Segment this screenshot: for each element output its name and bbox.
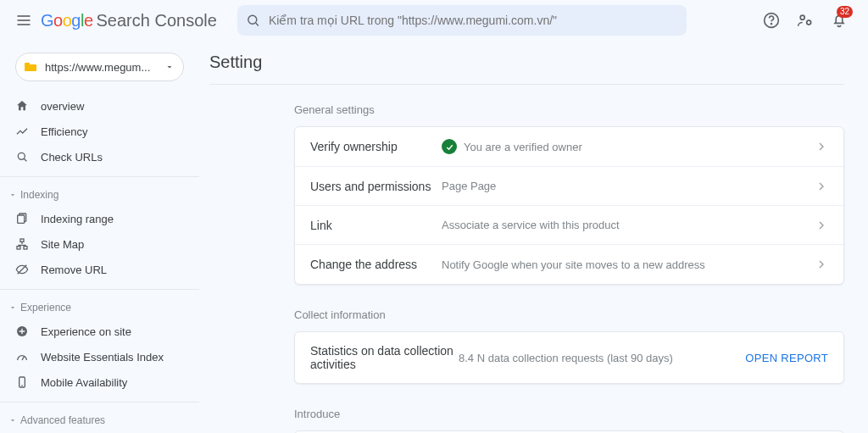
sidebar-item-overview[interactable]: overview xyxy=(0,93,199,119)
row-change-address[interactable]: Change the address Notify Google when yo… xyxy=(295,245,843,284)
general-settings-card: Verify ownership You are a verified owne… xyxy=(294,126,844,285)
sidebar-item-efficiency[interactable]: Efficiency xyxy=(0,119,199,144)
chevron-right-icon xyxy=(815,258,828,271)
row-title: Verify ownership xyxy=(310,140,442,153)
search-icon xyxy=(246,13,260,28)
chevron-down-icon xyxy=(164,62,175,72)
people-gear-icon xyxy=(797,12,814,29)
svg-rect-15 xyxy=(20,239,24,241)
property-label: https://www.megum... xyxy=(45,61,158,74)
page-title: Setting xyxy=(209,41,844,84)
sidebar-item-check-urls[interactable]: Check URLs xyxy=(0,144,199,169)
sidebar: https://www.megum... overview Efficiency… xyxy=(0,41,199,433)
svg-rect-10 xyxy=(25,63,30,66)
row-subtitle: 8.4 N data collection requests (last 90 … xyxy=(459,352,745,364)
gauge-icon xyxy=(15,350,29,364)
sidebar-item-label: Indexing range xyxy=(41,213,114,225)
svg-point-6 xyxy=(771,24,772,25)
svg-rect-14 xyxy=(18,215,25,223)
trend-icon xyxy=(15,125,29,138)
sidebar-item-indexing-range[interactable]: Indexing range xyxy=(0,206,199,231)
sidebar-item-remove-url[interactable]: Remove URL xyxy=(0,257,199,282)
pages-icon xyxy=(15,212,29,225)
search-icon xyxy=(15,150,29,164)
sidebar-item-mobile[interactable]: Mobile Availability xyxy=(0,369,199,395)
sidebar-section-advanced[interactable]: Advanced features xyxy=(0,409,199,431)
row-subtitle: You are a verified owner xyxy=(464,141,582,153)
sidebar-item-label: Mobile Availability xyxy=(41,376,127,389)
url-inspect-input[interactable] xyxy=(269,14,678,27)
product-name: Search Console xyxy=(97,11,217,31)
sidebar-item-sitemap[interactable]: Site Map xyxy=(0,231,199,257)
row-title: Users and permissions xyxy=(310,180,442,193)
row-users-permissions[interactable]: Users and permissions Page Page xyxy=(295,167,843,206)
product-logo: Google Search Console xyxy=(41,11,217,31)
svg-line-12 xyxy=(24,158,26,161)
property-selector[interactable]: https://www.megum... xyxy=(15,53,184,81)
help-button[interactable] xyxy=(754,3,788,37)
main-content: Setting General settings Verify ownershi… xyxy=(199,41,868,433)
section-label-collect: Collect information xyxy=(209,308,844,321)
sidebar-item-label: Efficiency xyxy=(41,125,87,138)
chevron-right-icon xyxy=(815,219,828,232)
property-icon xyxy=(25,62,38,72)
svg-rect-17 xyxy=(24,247,27,249)
google-logo: Google xyxy=(41,11,93,31)
row-title: Change the address xyxy=(310,258,442,271)
svg-line-20 xyxy=(22,356,25,360)
section-label-general: General settings xyxy=(209,103,844,116)
row-subtitle: Associate a service with this product xyxy=(442,219,815,231)
phone-icon xyxy=(15,375,29,389)
sidebar-item-label: overview xyxy=(41,100,84,113)
hamburger-menu-button[interactable] xyxy=(7,3,41,37)
remove-icon xyxy=(15,263,29,276)
collect-card: Statistics on data collection activities… xyxy=(294,331,844,384)
svg-point-11 xyxy=(18,153,25,159)
svg-rect-16 xyxy=(17,247,20,249)
row-title: Statistics on data collection activities xyxy=(310,344,459,371)
topbar: Google Search Console 32 xyxy=(0,0,868,41)
open-report-button[interactable]: OPEN REPORT xyxy=(745,352,828,364)
svg-line-4 xyxy=(256,23,259,25)
sidebar-section-experience[interactable]: Experience xyxy=(0,297,199,319)
svg-point-3 xyxy=(248,15,257,24)
sidebar-item-label: Experience on site xyxy=(41,325,131,338)
sidebar-item-essentials[interactable]: Website Essentials Index xyxy=(0,344,199,369)
row-crawl-stats[interactable]: Statistics on data collection activities… xyxy=(295,332,843,383)
help-icon xyxy=(763,12,780,29)
chevron-down-icon xyxy=(8,191,17,199)
sidebar-item-label: Check URLs xyxy=(41,151,103,164)
account-manage-button[interactable] xyxy=(788,3,822,37)
row-verify-ownership[interactable]: Verify ownership You are a verified owne… xyxy=(295,127,843,167)
notifications-button[interactable]: 32 xyxy=(822,3,856,37)
plus-circle-icon xyxy=(15,325,29,338)
sidebar-item-label: Site Map xyxy=(41,238,84,251)
sidebar-item-label: Website Essentials Index xyxy=(41,351,164,364)
sitemap-icon xyxy=(15,237,29,251)
row-subtitle: Page Page xyxy=(442,180,815,192)
sidebar-item-label: Remove URL xyxy=(41,264,107,276)
chevron-right-icon xyxy=(815,180,828,193)
chevron-down-icon xyxy=(8,303,17,312)
chevron-right-icon xyxy=(815,140,828,153)
notification-badge: 32 xyxy=(837,6,853,18)
svg-point-7 xyxy=(800,15,804,19)
menu-icon xyxy=(15,12,32,29)
sidebar-section-indexing[interactable]: Indexing xyxy=(0,184,199,206)
row-title: Link xyxy=(310,219,442,232)
section-label-intro: Introduce xyxy=(209,408,844,420)
row-subtitle: Notify Google when your site moves to a … xyxy=(442,258,815,271)
sidebar-item-experience[interactable]: Experience on site xyxy=(0,319,199,344)
home-icon xyxy=(15,99,29,113)
verified-check-icon xyxy=(442,139,457,154)
row-link[interactable]: Link Associate a service with this produ… xyxy=(295,206,843,245)
chevron-down-icon xyxy=(8,416,17,425)
url-inspect-searchbar[interactable] xyxy=(237,5,687,36)
